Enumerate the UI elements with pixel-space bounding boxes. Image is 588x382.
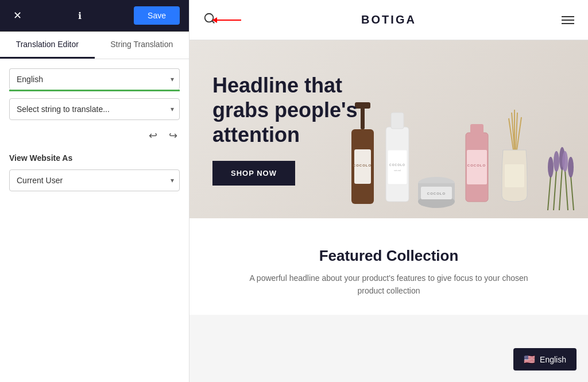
undo-redo-controls: ↩ ↪: [9, 127, 180, 144]
arrow-indicator: [212, 20, 241, 21]
svg-line-27: [548, 176, 551, 210]
info-button[interactable]: ℹ: [72, 7, 88, 24]
tab-string-translation[interactable]: String Translation: [95, 32, 189, 59]
right-panel: BOTIGA Headline that grabs people's atte…: [189, 0, 588, 382]
redo-icon: ↪: [169, 130, 177, 141]
pink-bottle: COCOLO: [461, 118, 493, 213]
featured-description: A powerful headline about your product's…: [245, 272, 532, 298]
svg-line-28: [554, 170, 556, 210]
hamburger-icon[interactable]: [562, 16, 574, 24]
small-tin-svg: COCOLO: [416, 176, 457, 208]
lavender-svg: [536, 141, 588, 210]
redo-button[interactable]: ↪: [167, 127, 180, 144]
language-label: English: [540, 355, 566, 364]
undo-button[interactable]: ↩: [146, 127, 160, 144]
close-icon: ✕: [13, 9, 22, 22]
undo-icon: ↩: [149, 130, 157, 141]
language-select-wrapper: English Spanish French German ▾: [9, 68, 180, 91]
lavender-bunch: [536, 141, 588, 213]
brand-name: BOTIGA: [361, 13, 416, 26]
language-select[interactable]: English Spanish French German: [9, 68, 180, 90]
featured-title: Featured Collection: [203, 247, 574, 265]
svg-line-30: [565, 170, 568, 210]
string-select[interactable]: Select string to translate...: [9, 98, 180, 120]
featured-section: Featured Collection A powerful headline …: [189, 218, 588, 315]
svg-point-35: [562, 151, 568, 172]
shop-now-button[interactable]: SHOP NOW: [212, 161, 295, 186]
svg-point-32: [548, 157, 554, 178]
svg-point-36: [568, 157, 574, 178]
save-button[interactable]: Save: [134, 6, 180, 25]
diffuser-svg: [497, 107, 532, 210]
svg-rect-19: [467, 150, 487, 184]
small-tin: COCOLO: [416, 176, 457, 210]
svg-line-29: [559, 167, 562, 210]
tab-translation-editor[interactable]: Translation Editor: [0, 32, 95, 59]
current-user-select[interactable]: Current User Guest: [9, 169, 180, 191]
view-as-label: View Website As: [9, 153, 180, 163]
current-user-select-wrapper: Current User Guest ▾: [9, 169, 180, 191]
left-panel: ✕ ℹ Save Translation Editor String Trans…: [0, 0, 189, 382]
view-website-as-section: View Website As Current User Guest ▾: [9, 153, 180, 191]
info-icon: ℹ: [78, 10, 82, 21]
flag-icon: 🇺🇸: [524, 354, 535, 365]
svg-text:COCOLO: COCOLO: [427, 192, 446, 195]
pink-bottle-svg: COCOLO: [461, 118, 493, 210]
svg-rect-18: [470, 124, 483, 134]
tabs: Translation Editor String Translation: [0, 32, 189, 59]
preview-nav: BOTIGA: [189, 0, 588, 40]
string-select-wrapper: Select string to translate... ▾: [9, 98, 180, 120]
svg-line-31: [571, 176, 574, 210]
svg-rect-26: [505, 164, 524, 187]
hero-text: Headline that grabs people's attention S…: [189, 50, 408, 209]
language-button[interactable]: 🇺🇸 English: [513, 348, 577, 371]
svg-text:COCOLO: COCOLO: [467, 164, 486, 167]
hero-headline: Headline that grabs people's attention: [212, 73, 385, 148]
top-bar: ✕ ℹ Save: [0, 0, 189, 32]
svg-point-33: [554, 151, 559, 172]
hero-section: Headline that grabs people's attention S…: [189, 40, 588, 218]
diffuser-bottle: [497, 107, 532, 213]
panel-content: English Spanish French German ▾ Select s…: [0, 59, 189, 382]
close-button[interactable]: ✕: [9, 7, 25, 24]
